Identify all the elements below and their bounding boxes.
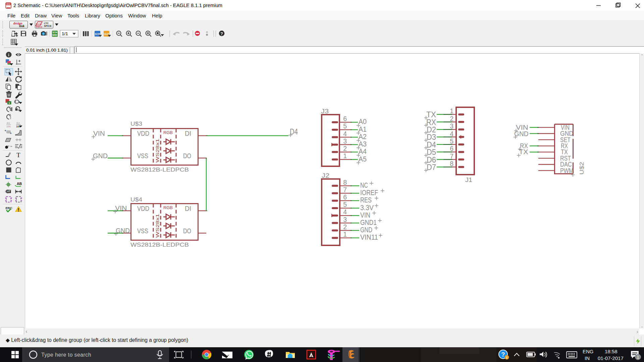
- svg-text:4: 4: [450, 130, 453, 137]
- svg-text:VIN: VIN: [93, 130, 105, 137]
- svg-text:8: 8: [450, 160, 453, 167]
- svg-text:?: ?: [220, 31, 223, 36]
- svg-text:6: 6: [343, 115, 347, 122]
- svg-text:5: 5: [343, 201, 347, 208]
- svg-text:AT: AT: [7, 190, 10, 193]
- svg-text:GND: GND: [93, 152, 108, 160]
- svg-text:i: i: [506, 356, 507, 359]
- svg-text:1/1: 1/1: [62, 31, 68, 36]
- svg-text:VIN: VIN: [360, 211, 370, 219]
- svg-text:U$2: U$2: [579, 162, 585, 175]
- svg-text:+: +: [10, 132, 12, 135]
- svg-text:3.3V: 3.3V: [360, 204, 374, 212]
- svg-text:D7: D7: [427, 163, 436, 172]
- svg-text:D4: D4: [290, 127, 298, 136]
- svg-text:1: 1: [343, 152, 347, 160]
- svg-text:NC: NC: [360, 181, 368, 189]
- svg-text:8: 8: [343, 179, 347, 186]
- svg-text:VSS: VSS: [137, 227, 148, 235]
- svg-text:WS2812B-LEDPCB: WS2812B-LEDPCB: [130, 242, 189, 248]
- svg-text:WS2812B-LEDPCB: WS2812B-LEDPCB: [130, 167, 189, 173]
- svg-text:R2: R2: [16, 122, 20, 125]
- svg-text:5: 5: [450, 137, 453, 145]
- svg-text:4: 4: [343, 208, 347, 216]
- svg-text:DO: DO: [183, 227, 191, 235]
- svg-text:GND: GND: [360, 226, 372, 234]
- svg-text:IOREF: IOREF: [360, 189, 378, 197]
- svg-text:A3: A3: [359, 140, 367, 148]
- svg-text:BRD: BRD: [52, 34, 57, 36]
- svg-text:18:58: 18:58: [605, 349, 618, 354]
- svg-text:ENG: ENG: [583, 349, 594, 354]
- svg-text:A4: A4: [359, 147, 367, 156]
- svg-text:2: 2: [450, 115, 453, 122]
- svg-text:VSS: VSS: [137, 152, 148, 160]
- svg-text:1: 1: [343, 231, 347, 238]
- svg-text:6: 6: [343, 193, 347, 201]
- svg-text:PWM: PWM: [560, 167, 573, 174]
- svg-text:+: +: [8, 101, 10, 105]
- svg-text:4: 4: [343, 130, 347, 137]
- svg-text:5: 5: [343, 122, 347, 130]
- svg-text:6: 6: [450, 145, 453, 152]
- svg-text:7: 7: [450, 153, 453, 160]
- svg-text:U$4: U$4: [130, 196, 142, 202]
- svg-text:link: link: [19, 24, 24, 28]
- svg-text:SPICE: SPICE: [44, 24, 52, 27]
- svg-text:SCH: SCH: [53, 31, 57, 34]
- svg-text:10k: 10k: [6, 125, 11, 128]
- svg-text:J3: J3: [321, 108, 329, 115]
- svg-text:Type here to search: Type here to search: [41, 352, 91, 358]
- svg-text:A5: A5: [359, 155, 367, 163]
- svg-text:2: 2: [343, 145, 347, 152]
- svg-text:IN: IN: [585, 355, 590, 361]
- svg-text:3: 3: [450, 122, 453, 130]
- svg-text:SCH: SCH: [6, 3, 10, 5]
- svg-text:A2: A2: [359, 133, 367, 141]
- svg-text:DI: DI: [185, 130, 191, 137]
- svg-text:VIN11: VIN11: [360, 233, 378, 241]
- svg-text:J1: J1: [465, 177, 472, 183]
- svg-text:RES: RES: [360, 196, 372, 204]
- svg-text:+: +: [5, 129, 6, 132]
- svg-text:?: ?: [501, 351, 505, 358]
- svg-text:A0: A0: [359, 118, 367, 126]
- svg-text:01-07-2017: 01-07-2017: [598, 355, 624, 361]
- svg-text:ERC: ERC: [6, 206, 12, 210]
- svg-text:WS28x1: WS28x1: [155, 214, 160, 238]
- svg-text:U$3: U$3: [130, 121, 142, 127]
- svg-text:3: 3: [343, 216, 347, 223]
- svg-text:R2: R2: [7, 122, 10, 125]
- svg-text:1: 1: [637, 355, 639, 360]
- svg-text:T: T: [16, 152, 20, 159]
- svg-text:J2: J2: [322, 172, 329, 179]
- svg-text:7: 7: [343, 186, 347, 193]
- svg-text:2: 2: [343, 223, 347, 231]
- svg-text:DO: DO: [183, 152, 191, 160]
- svg-text:VDD: VDD: [137, 130, 149, 137]
- svg-text:GND: GND: [116, 227, 130, 234]
- svg-text:VDD: VDD: [137, 205, 149, 212]
- svg-text:DI: DI: [185, 205, 191, 212]
- svg-text:GND1: GND1: [360, 219, 377, 227]
- svg-text:RGB: RGB: [163, 130, 173, 135]
- svg-text:1: 1: [450, 107, 453, 115]
- svg-text:A1: A1: [359, 125, 367, 133]
- svg-text:3: 3: [343, 137, 347, 145]
- svg-text:RGB: RGB: [163, 205, 173, 210]
- svg-text:AB: AB: [17, 182, 22, 186]
- svg-text:VIN: VIN: [115, 204, 127, 212]
- svg-text:WS28x1: WS28x1: [155, 139, 160, 163]
